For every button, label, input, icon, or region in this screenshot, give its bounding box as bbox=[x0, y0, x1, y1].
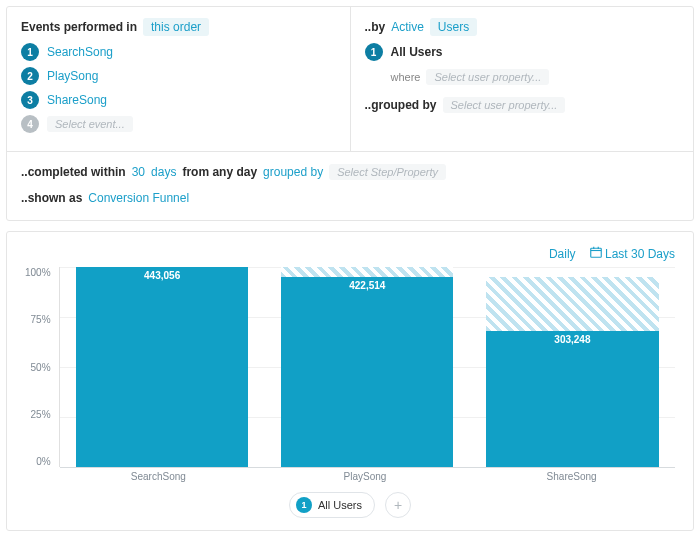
x-tick: SearchSong bbox=[72, 471, 246, 482]
where-label: where bbox=[391, 71, 421, 83]
where-placeholder[interactable]: Select user property... bbox=[426, 69, 549, 85]
funnel-step-1[interactable]: 1 SearchSong bbox=[21, 43, 336, 61]
y-tick: 25% bbox=[31, 409, 51, 420]
step-grouped-by-placeholder[interactable]: Select Step/Property bbox=[329, 164, 446, 180]
shown-as-value[interactable]: Conversion Funnel bbox=[88, 191, 189, 205]
completed-value[interactable]: 30 bbox=[132, 165, 145, 179]
completed-within-label: ..completed within bbox=[21, 165, 126, 179]
grouped-by-label: ..grouped by bbox=[365, 98, 437, 112]
svg-rect-0 bbox=[590, 248, 601, 257]
query-options-row: ..completed within 30 days from any day … bbox=[7, 151, 693, 220]
funnel-bar[interactable]: 443,056 bbox=[76, 267, 248, 467]
by-users-chip[interactable]: Users bbox=[430, 18, 477, 36]
x-tick: ShareSong bbox=[485, 471, 659, 482]
order-chip[interactable]: this order bbox=[143, 18, 209, 36]
legend-badge: 1 bbox=[296, 497, 312, 513]
segment-label[interactable]: All Users bbox=[391, 45, 443, 59]
bar-dropoff bbox=[486, 277, 658, 331]
funnel-bar[interactable]: 303,248 bbox=[486, 267, 658, 467]
legend-segment[interactable]: 1 All Users bbox=[289, 492, 375, 518]
step-badge: 3 bbox=[21, 91, 39, 109]
date-range-picker[interactable]: Last 30 Days bbox=[590, 246, 675, 261]
segment-column: ..by Active Users 1 All Users where Sele… bbox=[351, 7, 694, 151]
funnel-step-3[interactable]: 3 ShareSong bbox=[21, 91, 336, 109]
bar-dropoff bbox=[281, 267, 453, 277]
shown-as-label: ..shown as bbox=[21, 191, 82, 205]
chart-header: Daily Last 30 Days bbox=[25, 246, 675, 261]
segment-badge: 1 bbox=[365, 43, 383, 61]
interval-dropdown[interactable]: Daily bbox=[549, 247, 576, 261]
events-column: Events performed in this order 1 SearchS… bbox=[7, 7, 351, 151]
x-axis: SearchSongPlaySongShareSong bbox=[25, 471, 675, 482]
date-range-label: Last 30 Days bbox=[605, 247, 675, 261]
from-any-day: from any day bbox=[182, 165, 257, 179]
bar-converted: 422,514 bbox=[281, 277, 453, 467]
chart-area: 100% 75% 50% 25% 0% 443,056422,514303,24… bbox=[25, 267, 675, 467]
events-label: Events performed in bbox=[21, 20, 137, 34]
grouped-by-placeholder[interactable]: Select user property... bbox=[443, 97, 566, 113]
funnel-step-2[interactable]: 2 PlaySong bbox=[21, 67, 336, 85]
step-label[interactable]: ShareSong bbox=[47, 93, 107, 107]
funnel-bar[interactable]: 422,514 bbox=[281, 267, 453, 467]
chart-legend: 1 All Users + bbox=[25, 492, 675, 518]
add-step-placeholder[interactable]: Select event... bbox=[47, 116, 133, 132]
query-panel: Events performed in this order 1 SearchS… bbox=[6, 6, 694, 221]
step-badge-muted: 4 bbox=[21, 115, 39, 133]
by-active[interactable]: Active bbox=[391, 20, 424, 34]
chart-plot: 443,056422,514303,248 bbox=[59, 267, 675, 467]
y-tick: 75% bbox=[31, 314, 51, 325]
completed-unit[interactable]: days bbox=[151, 165, 176, 179]
legend-label: All Users bbox=[318, 499, 362, 511]
step-grouped-by-label: grouped by bbox=[263, 165, 323, 179]
calendar-icon bbox=[590, 246, 602, 258]
step-label[interactable]: PlaySong bbox=[47, 69, 98, 83]
add-segment-button[interactable]: + bbox=[385, 492, 411, 518]
step-badge: 1 bbox=[21, 43, 39, 61]
step-label[interactable]: SearchSong bbox=[47, 45, 113, 59]
bar-converted: 303,248 bbox=[486, 331, 658, 467]
bar-converted: 443,056 bbox=[76, 267, 248, 467]
add-funnel-step[interactable]: 4 Select event... bbox=[21, 115, 336, 133]
y-tick: 50% bbox=[31, 362, 51, 373]
y-tick: 0% bbox=[36, 456, 50, 467]
chart-panel: Daily Last 30 Days 100% 75% 50% 25% 0% 4… bbox=[6, 231, 694, 531]
by-label: ..by bbox=[365, 20, 386, 34]
y-axis: 100% 75% 50% 25% 0% bbox=[25, 267, 59, 467]
y-tick: 100% bbox=[25, 267, 51, 278]
step-badge: 2 bbox=[21, 67, 39, 85]
x-tick: PlaySong bbox=[278, 471, 452, 482]
segment-row[interactable]: 1 All Users bbox=[365, 43, 680, 61]
